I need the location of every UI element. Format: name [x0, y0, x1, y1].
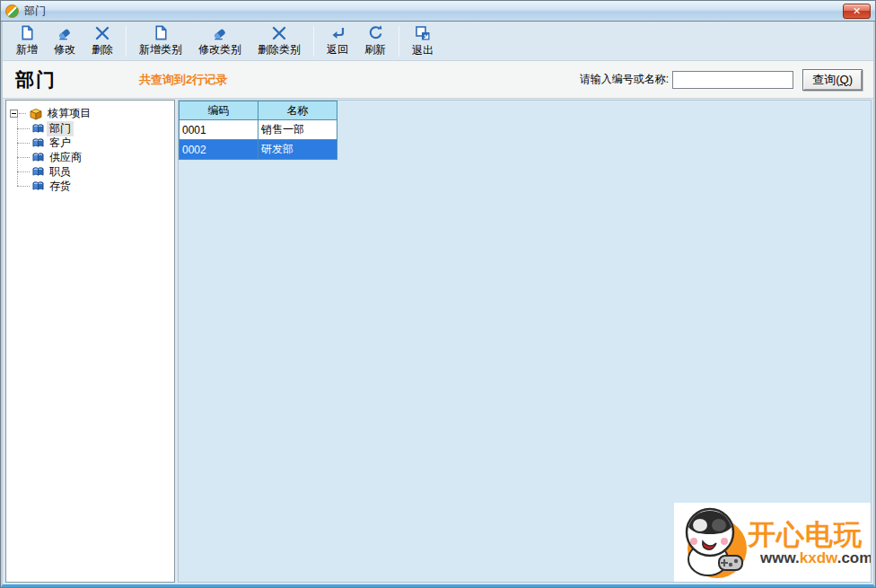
tree-item-label: 部门	[47, 121, 74, 136]
tree-root-label: 核算项目	[45, 106, 93, 121]
book-icon	[31, 166, 45, 177]
table-row-selected[interactable]: 0002 研发部	[180, 140, 337, 160]
column-header-name[interactable]: 名称	[258, 101, 337, 120]
cell-code[interactable]: 0001	[180, 120, 258, 140]
sidebar-item-inventory[interactable]: 存货	[17, 179, 171, 193]
table-row[interactable]: 0001 销售一部	[180, 120, 337, 140]
toolbar-button-label: 修改类别	[198, 42, 241, 57]
toolbar-button-label: 修改	[54, 42, 75, 57]
eraser-icon	[211, 24, 229, 41]
watermark-url: www.kxdw.com	[760, 550, 872, 566]
page-title: 部门	[15, 67, 57, 92]
toolbar-button-back[interactable]: 返回	[319, 23, 356, 59]
watermark-title: 开心电玩	[748, 520, 872, 550]
toolbar-button-delete-category[interactable]: 删除类别	[250, 23, 309, 59]
new-document-icon	[153, 24, 170, 41]
exit-icon	[414, 24, 432, 42]
new-document-icon	[19, 24, 36, 41]
search-label: 请输入编号或名称:	[580, 72, 669, 87]
sidebar-item-department[interactable]: 部门	[17, 121, 171, 136]
toolbar-button-delete[interactable]: 删除	[83, 23, 121, 59]
x-delete-icon	[271, 25, 287, 41]
x-delete-icon	[94, 25, 110, 41]
return-arrow-icon	[328, 25, 346, 41]
sidebar-item-customer[interactable]: 客户	[17, 136, 171, 150]
app-logo-icon	[5, 4, 19, 18]
toolbar-separator	[126, 26, 127, 57]
book-icon	[31, 137, 45, 148]
toolbar-button-label: 删除类别	[258, 42, 301, 57]
toolbar-button-label: 退出	[412, 43, 434, 58]
records-table: 编码 名称 0001 销售一部 0002 研发部	[179, 101, 337, 160]
page-header: 部门 共查询到2行记录 请输入编号或名称: 查询(Q)	[3, 61, 873, 99]
cube-folder-icon	[28, 108, 43, 120]
tree-item-label: 职员	[47, 164, 74, 180]
search-input[interactable]	[672, 71, 793, 89]
table-header-row: 编码 名称	[180, 101, 337, 120]
tree-item-label: 客户	[47, 136, 74, 151]
app-window: 部门 ✕ 新增 修改 删除	[0, 0, 876, 588]
toolbar-button-exit[interactable]: 退出	[404, 23, 442, 59]
accounting-items-tree: 核算项目 部门	[10, 106, 171, 193]
mascot-gamer-icon	[676, 504, 753, 582]
tree-panel: 核算项目 部门	[5, 100, 175, 583]
toolbar-separator	[399, 26, 399, 57]
records-panel: 编码 名称 0001 销售一部 0002 研发部	[178, 100, 872, 583]
toolbar-button-label: 刷新	[364, 42, 386, 57]
record-count-text: 共查询到2行记录	[139, 72, 227, 88]
close-button[interactable]: ✕	[843, 4, 871, 19]
toolbar-button-edit-category[interactable]: 修改类别	[190, 23, 250, 59]
collapse-minus-icon[interactable]	[10, 110, 18, 118]
book-icon	[31, 152, 45, 162]
tree-root-accounting-items[interactable]: 核算项目	[10, 106, 171, 121]
titlebar[interactable]: 部门 ✕	[1, 1, 875, 22]
column-header-code[interactable]: 编码	[180, 101, 258, 120]
query-button[interactable]: 查询(Q)	[802, 69, 863, 91]
toolbar-separator	[313, 26, 314, 57]
tree-children: 部门 客户	[17, 121, 171, 193]
toolbar-button-edit[interactable]: 修改	[46, 23, 83, 59]
watermark-box: 开心电玩 www.kxdw.com	[674, 503, 871, 582]
toolbar-button-add-category[interactable]: 新增类别	[131, 23, 190, 59]
toolbar: 新增 修改 删除 新增类别	[3, 22, 873, 61]
toolbar-button-refresh[interactable]: 刷新	[356, 23, 394, 59]
sidebar-item-supplier[interactable]: 供应商	[17, 150, 171, 164]
book-icon	[31, 123, 45, 134]
tree-item-label: 存货	[47, 179, 74, 194]
cell-code[interactable]: 0002	[180, 140, 258, 160]
book-icon	[31, 180, 45, 191]
refresh-icon	[367, 24, 384, 41]
toolbar-button-add[interactable]: 新增	[8, 23, 46, 59]
content-area: 核算项目 部门	[3, 99, 873, 584]
sidebar-item-employee[interactable]: 职员	[17, 164, 171, 179]
toolbar-button-label: 返回	[327, 42, 348, 57]
cell-name[interactable]: 销售一部	[258, 120, 337, 140]
eraser-icon	[56, 24, 74, 41]
toolbar-button-label: 新增	[16, 42, 38, 57]
cell-name[interactable]: 研发部	[258, 140, 337, 160]
tree-item-label: 供应商	[47, 150, 84, 165]
toolbar-button-label: 新增类别	[139, 42, 182, 57]
window-title: 部门	[24, 4, 46, 19]
toolbar-button-label: 删除	[92, 42, 113, 57]
